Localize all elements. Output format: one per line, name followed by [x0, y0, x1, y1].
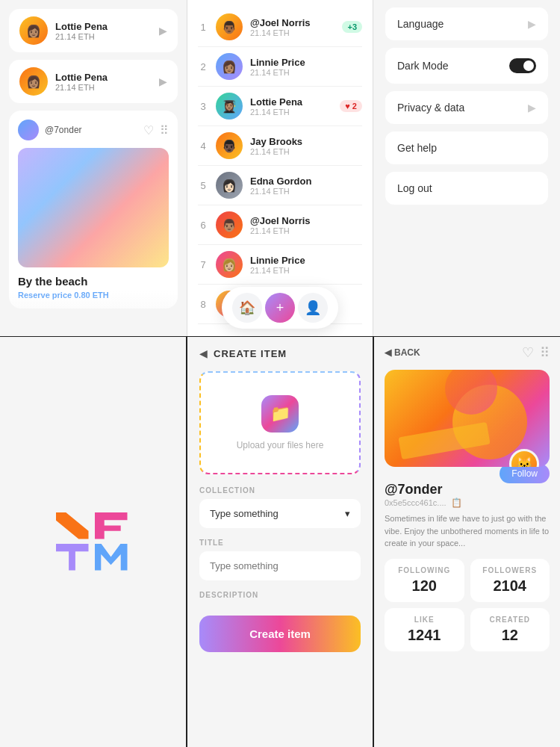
profile-hero-image: 🐱 — [385, 370, 550, 467]
settings-label: Language — [397, 18, 444, 30]
upload-icon: 📁 — [261, 395, 299, 433]
collection-placeholder: Type something — [210, 508, 279, 519]
rank-number: 3 — [198, 101, 208, 112]
nft-panel: 👩🏽 Lottie Pena 21.14 ETH ▶ 👩🏽 Lottie Pen… — [0, 0, 187, 336]
profile-stats: FOLLOWING 120 FOLLOWERS 2104 LIKE 1241 C… — [385, 559, 550, 651]
avatar: 👩🏻 — [216, 172, 243, 199]
stat-value: 120 — [392, 577, 457, 595]
profile-panel: ◀ BACK ♡ ⠿ 🐱 Follow @7onder 0x5e5ccc461c… — [373, 336, 560, 747]
leader-item[interactable]: 7 👩🏼 Linnie Price 21.14 ETH — [198, 245, 362, 285]
leader-item[interactable]: 5 👩🏻 Edna Gordon 21.14 ETH — [198, 166, 362, 205]
copy-icon[interactable]: 📋 — [451, 498, 462, 508]
settings-list: Language ▶ Dark Mode Privacy & data ▶ Ge… — [385, 7, 548, 205]
create-button[interactable]: Create item — [199, 616, 361, 652]
heart-button[interactable]: ♡ — [143, 123, 154, 137]
avatar: 👨🏾 — [216, 13, 243, 40]
back-header: ◀ CREATE ITEM — [199, 347, 361, 359]
card-avatar — [18, 120, 39, 140]
avatar: 👩🏽 — [19, 16, 48, 45]
nft-image — [18, 148, 169, 267]
settings-item[interactable]: Privacy & data ▶ — [385, 91, 548, 124]
leader-name: @Joel Norris — [250, 215, 362, 226]
collection-section: COLLECTION Type something ▾ — [199, 486, 361, 528]
upload-text: Upload your files here — [237, 440, 324, 450]
nft-title: By the beach — [18, 275, 169, 288]
arrow-icon: ▶ — [528, 102, 536, 114]
profile-bio: Sometimes in life we have to just go wit… — [385, 512, 550, 550]
rank-number: 6 — [198, 220, 208, 231]
stat-value: 12 — [478, 627, 543, 644]
back-icon: ◀ — [385, 347, 391, 358]
title-label: TITLE — [199, 539, 361, 547]
dark-mode-toggle[interactable] — [509, 58, 536, 73]
leader-name: Edna Gordon — [250, 176, 362, 187]
list-item[interactable]: 👩🏽 Lottie Pena 21.14 ETH ▶ — [9, 9, 178, 52]
user-name: Lottie Pena — [55, 72, 152, 83]
leader-price: 21.14 ETH — [250, 108, 332, 117]
play-icon[interactable]: ▶ — [159, 75, 167, 87]
settings-item[interactable]: Get help — [385, 131, 548, 164]
leader-price: 21.14 ETH — [250, 226, 362, 235]
settings-label: Get help — [397, 142, 437, 154]
heart-icon[interactable]: ♡ — [522, 344, 534, 361]
stat-card: FOLLOWERS 2104 — [470, 559, 550, 602]
add-button[interactable]: + — [265, 293, 295, 323]
play-icon[interactable]: ▶ — [159, 25, 167, 37]
settings-item[interactable]: Language ▶ — [385, 7, 548, 40]
dots-icon[interactable]: ⠿ — [540, 344, 550, 361]
leader-price: 21.14 ETH — [250, 28, 335, 37]
description-label: DESCRIPTION — [199, 591, 361, 599]
rank-number: 8 — [198, 299, 208, 310]
settings-label: Dark Mode — [397, 60, 448, 72]
profile-button[interactable]: 👤 — [298, 293, 328, 323]
collection-label: COLLECTION — [199, 486, 361, 495]
settings-item[interactable]: Dark Mode — [385, 48, 548, 84]
leader-name: Linnie Price — [250, 255, 362, 266]
nft-card: @7onder ♡ ⠿ By the beach Reserve price 0… — [9, 111, 178, 309]
back-button[interactable]: ◀ BACK — [385, 347, 420, 358]
leader-price: 21.14 ETH — [250, 187, 362, 196]
stat-label: FOLLOWERS — [478, 566, 543, 574]
title-input[interactable] — [199, 551, 361, 580]
leader-item[interactable]: 2 👩🏽 Linnie Price 21.14 ETH — [198, 47, 362, 87]
create-item-panel: ◀ CREATE ITEM 📁 Upload your files here C… — [187, 336, 373, 747]
title-section: TITLE — [199, 539, 361, 580]
rank-number: 7 — [198, 259, 208, 270]
home-button[interactable]: 🏠 — [232, 293, 262, 323]
leader-name: @Joel Norris — [250, 17, 335, 28]
leader-price: 21.14 ETH — [250, 147, 362, 156]
rank-number: 5 — [198, 180, 208, 191]
user-name: Lottie Pena — [55, 21, 152, 32]
leader-item[interactable]: 1 👨🏾 @Joel Norris 21.14 ETH +3 — [198, 7, 362, 47]
back-label: BACK — [394, 347, 420, 358]
more-button[interactable]: ⠿ — [160, 123, 169, 137]
list-item[interactable]: 👩🏽 Lottie Pena 21.14 ETH ▶ — [9, 60, 178, 103]
avatar: 👨🏿 — [216, 132, 243, 159]
nftm-logo — [56, 512, 131, 572]
leader-item[interactable]: 3 👩🏽‍🎓 Lottie Pena 21.14 ETH ♥ 2 — [198, 87, 362, 126]
logo-f — [95, 512, 128, 539]
logo-n — [56, 512, 89, 539]
logo-m — [95, 544, 128, 571]
upload-area[interactable]: 📁 Upload your files here — [199, 371, 361, 474]
leader-item[interactable]: 4 👨🏿 Jay Brooks 21.14 ETH — [198, 126, 362, 166]
logo-t — [56, 544, 89, 571]
collection-select[interactable]: Type something ▾ — [199, 499, 361, 528]
leader-name: Lottie Pena — [250, 96, 332, 108]
avatar: 👩🏽‍🎓 — [216, 93, 243, 120]
leader-name: Jay Brooks — [250, 136, 362, 147]
leader-list: 1 👨🏾 @Joel Norris 21.14 ETH +3 2 👩🏽 Linn… — [198, 7, 362, 324]
wallet-address: 0x5e5ccc461c.... 📋 — [385, 498, 550, 508]
stat-label: FOLLOWING — [392, 566, 457, 574]
profile-badge: 🐱 — [509, 449, 539, 467]
badge: ♥ 2 — [340, 100, 362, 112]
back-arrow-icon[interactable]: ◀ — [199, 347, 208, 359]
logo-panel — [0, 336, 187, 747]
avatar: 👩🏼 — [216, 251, 243, 278]
price: 21.14 ETH — [55, 83, 152, 92]
settings-item[interactable]: Log out — [385, 172, 548, 205]
leader-item[interactable]: 6 👨🏽 @Joel Norris 21.14 ETH — [198, 205, 362, 245]
navigation-bar: 🏠 + 👤 — [222, 287, 338, 329]
avatar: 👨🏽 — [216, 211, 243, 238]
stat-label: CREATED — [478, 616, 543, 624]
